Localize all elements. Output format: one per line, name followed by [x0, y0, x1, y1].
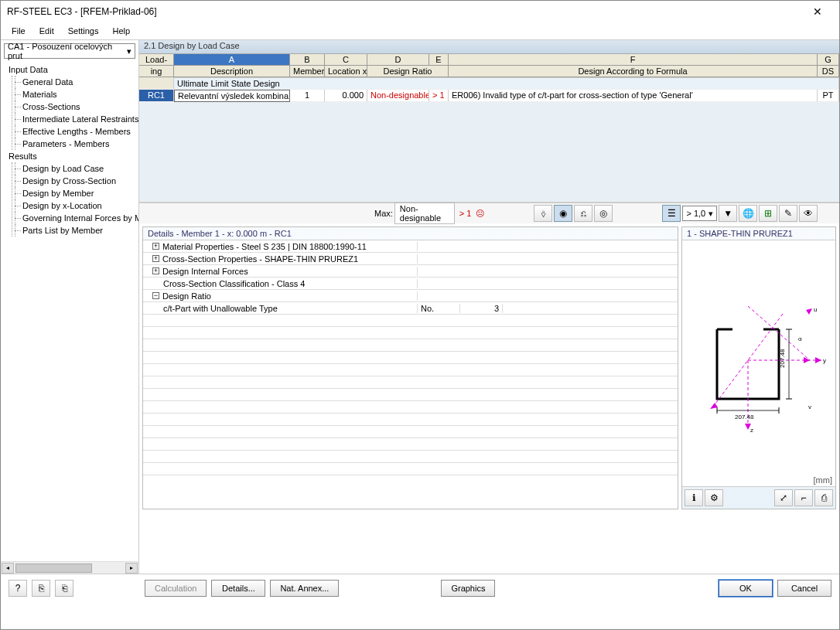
expand-icon[interactable]: + [152, 243, 159, 250]
col-g[interactable]: G [818, 54, 839, 65]
svg-marker-6 [806, 308, 812, 315]
details-cs-props[interactable]: Cross-Section Properties - SHAPE-THIN PR… [162, 254, 358, 264]
collapse-icon[interactable]: − [152, 292, 159, 299]
ratio-filter-value: > 1,0 [686, 209, 705, 218]
menubar: File Edit Settings Help [1, 22, 839, 39]
menu-help[interactable]: Help [106, 25, 136, 37]
col-e[interactable]: E [429, 54, 449, 65]
axes-icon[interactable]: ⤢ [774, 489, 793, 506]
tree-results[interactable]: Results [9, 150, 138, 162]
col-c[interactable]: C [325, 54, 367, 65]
details-cs-class[interactable]: Cross-Section Classification - Class 4 [163, 279, 305, 288]
excel-icon[interactable]: ⊞ [759, 205, 777, 222]
tool-btn-4[interactable]: ◎ [594, 205, 613, 222]
tree-by-xloc[interactable]: Design by x-Location [9, 199, 138, 212]
scroll-thumb[interactable] [15, 564, 92, 573]
props-icon[interactable]: ⚙ [705, 489, 723, 506]
filter-icon[interactable]: ▼ [719, 205, 737, 222]
menu-settings[interactable]: Settings [62, 25, 105, 37]
details-no-val: 3 [460, 304, 503, 313]
tree-general-data[interactable]: General Data [9, 76, 138, 88]
tree-input-data[interactable]: Input Data [9, 63, 138, 76]
cell-member: 1 [290, 90, 325, 102]
grid-empty-area [139, 102, 839, 203]
details-design-forces[interactable]: Design Internal Forces [162, 267, 248, 276]
menu-edit[interactable]: Edit [33, 25, 60, 37]
preview-toolbar: ℹ ⚙ ⤢ ⌐ ⎙ [682, 486, 835, 509]
cell-x: 0.000 [325, 90, 367, 102]
nav-tree: Input Data General Data Materials Cross-… [1, 62, 138, 561]
max-label: Max: [374, 209, 393, 218]
dim-height: 207.48 [779, 349, 786, 368]
tree-cross-sections[interactable]: Cross-Sections [9, 100, 138, 113]
tool-btn-8[interactable]: ✎ [779, 205, 797, 222]
menu-file[interactable]: File [5, 25, 32, 37]
tree-gov-forces[interactable]: Governing Internal Forces by M [9, 212, 138, 224]
sub-member: Member No. [290, 66, 325, 77]
toolstrip: Max: Non-designable > 1 ☹ ⎀ ◉ ⎌ ◎ ☰ > 1,… [139, 203, 839, 223]
preview-title: 1 - SHAPE-THIN PRUREZ1 [682, 227, 835, 240]
bottom-button-row: ? ⎘ ⎗ Calculation Details... Nat. Annex.… [1, 574, 839, 602]
right-panel: 2.1 Design by Load Case Load- A B C D E … [139, 40, 839, 574]
scroll-right-icon[interactable]: ▸ [125, 563, 138, 574]
nat-annex-button[interactable]: Nat. Annex... [270, 580, 339, 597]
sub-design: Design Ratio [367, 66, 449, 77]
col-b[interactable]: B [290, 54, 325, 65]
tool-btn-1[interactable]: ⎀ [534, 205, 552, 222]
panel-header: 2.1 Design by Load Case [139, 40, 839, 54]
info-icon[interactable]: ℹ [685, 489, 703, 506]
eye-icon[interactable]: 👁 [799, 205, 818, 222]
svg-text:z: z [750, 427, 753, 434]
prev-icon[interactable]: ⎘ [32, 580, 50, 597]
chevron-down-icon: ▾ [709, 209, 713, 219]
tree-parts-list[interactable]: Parts List by Member [9, 224, 138, 237]
tree-by-member[interactable]: Design by Member [9, 187, 138, 199]
details-panel: Details - Member 1 - x: 0.000 m - RC1 +M… [142, 226, 678, 509]
cell-desc[interactable]: Relevantní výsledek kombina [174, 90, 290, 102]
ok-button[interactable]: OK [719, 580, 773, 597]
cell-gt: > 1 [429, 90, 449, 102]
details-design-ratio[interactable]: Design Ratio [162, 291, 211, 301]
details-title: Details - Member 1 - x: 0.000 m - RC1 [143, 227, 678, 240]
fail-icon: ☹ [476, 209, 484, 219]
tree-by-loadcase[interactable]: Design by Load Case [9, 162, 138, 175]
help-icon[interactable]: ? [9, 580, 27, 597]
scroll-left-icon[interactable]: ◂ [2, 563, 14, 574]
graphics-button[interactable]: Graphics [441, 580, 495, 597]
tree-eff-len[interactable]: Effective Lengths - Members [9, 125, 138, 138]
world-icon[interactable]: 🌐 [739, 205, 757, 222]
cell-formula: ER006) Invalid type of c/t-part for cros… [449, 90, 818, 102]
tool-btn-3[interactable]: ⎌ [574, 205, 592, 222]
details-mat-props[interactable]: Material Properties - Steel S 235 | DIN … [162, 242, 367, 251]
coord-icon[interactable]: ⌐ [794, 489, 813, 506]
svg-text:u: u [814, 306, 817, 313]
tree-materials[interactable]: Materials [9, 88, 138, 100]
tree-by-cs[interactable]: Design by Cross-Section [9, 175, 138, 187]
svg-text:α: α [798, 335, 802, 342]
grid-group-row: Ultimate Limit State Design [139, 77, 839, 90]
cancel-button[interactable]: Cancel [777, 580, 831, 597]
col-f[interactable]: F [449, 54, 818, 65]
tree-hscroll[interactable]: ◂ ▸ [1, 561, 138, 574]
col-d[interactable]: D [367, 54, 429, 65]
chevron-down-icon: ▾ [127, 46, 131, 56]
tool-btn-2[interactable]: ◉ [554, 205, 572, 222]
expand-icon[interactable]: + [152, 255, 159, 262]
col-a[interactable]: A [174, 54, 290, 65]
cross-section-svg: u y v z α 207.48 207.48 [682, 240, 837, 480]
case-combo-text: CA1 - Posouzení ocelových prut [8, 42, 127, 60]
case-combo[interactable]: CA1 - Posouzení ocelových prut ▾ [4, 43, 135, 59]
ratio-filter-combo[interactable]: > 1,0 ▾ [682, 206, 717, 221]
grid-data-row[interactable]: RC1 Relevantní výsledek kombina 1 0.000 … [139, 90, 839, 102]
details-ct-part[interactable]: c/t-Part with Unallowable Type [163, 304, 278, 313]
tree-params[interactable]: Parameters - Members [9, 138, 138, 150]
print-icon[interactable]: ⎙ [814, 489, 833, 506]
calculation-button[interactable]: Calculation [145, 580, 207, 597]
row-id: RC1 [139, 90, 174, 102]
filter-list-icon[interactable]: ☰ [662, 205, 681, 222]
details-button[interactable]: Details... [211, 580, 265, 597]
next-icon[interactable]: ⎗ [55, 580, 73, 597]
close-button[interactable]: ✕ [802, 2, 833, 21]
expand-icon[interactable]: + [152, 267, 159, 274]
tree-ilr[interactable]: Intermediate Lateral Restraints [9, 113, 138, 125]
